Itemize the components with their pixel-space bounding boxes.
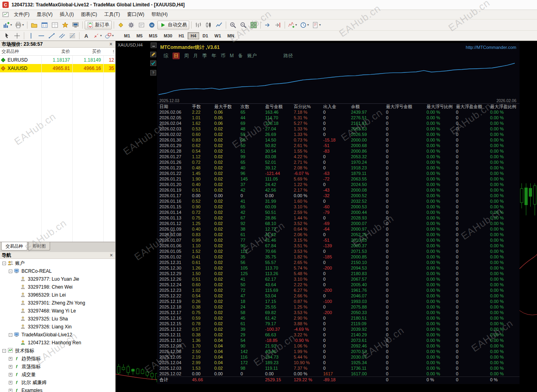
- table-row[interactable]: 2026.01.190.510.024242.562.17 %-432000.0…: [157, 187, 520, 193]
- tree-item-33297468-wang-yi-le[interactable]: 33297468: Wang Yi Le: [0, 307, 116, 315]
- tree-item-33297377-luo-yuan-jie[interactable]: 33297377: Luo Yuan Jie: [0, 275, 116, 283]
- table-row[interactable]: 2025.12.240.600.025043.642.22 %02005.400…: [157, 282, 520, 287]
- menu-insert[interactable]: 插入(I): [56, 10, 77, 19]
- table-row[interactable]: 2026.01.121.250.029268.103.52 %-692000.0…: [157, 221, 520, 226]
- table-row[interactable]: 2026.02.030.530.024827.041.33 %02053.630…: [157, 126, 520, 132]
- menu-tools[interactable]: 工具(T): [101, 10, 123, 19]
- mtcommander-url[interactable]: http://MTCommander.com: [466, 45, 516, 50]
- trendline-button[interactable]: [47, 31, 56, 40]
- tree-item-震荡指标[interactable]: +f震荡指标: [0, 363, 116, 371]
- symbol-row-xauusd[interactable]: XAUUSD4965.814966.1635: [0, 64, 115, 72]
- panel-check-button[interactable]: [150, 60, 156, 66]
- panel-edit-button[interactable]: [150, 52, 156, 57]
- table-row[interactable]: 2026.02.051.010.0544114.705.31 %02276.51…: [157, 115, 520, 120]
- periods-button[interactable]: ▾: [299, 21, 310, 29]
- collapse-icon[interactable]: -: [9, 270, 12, 273]
- fibonacci-button[interactable]: [68, 31, 77, 40]
- timeframe-mn[interactable]: MN: [225, 32, 237, 39]
- tab-weekly[interactable]: 周: [184, 52, 189, 59]
- close-icon[interactable]: ×: [108, 41, 114, 47]
- table-row[interactable]: 2025.12.101.360.0454-18.85-0.90 %02073.6…: [157, 338, 520, 343]
- tab-daily[interactable]: 日: [173, 52, 180, 59]
- tab-yearly[interactable]: 年: [211, 52, 216, 59]
- table-row[interactable]: 2026.01.090.400.023812.720.64 %-642000.9…: [157, 226, 520, 232]
- table-row[interactable]: 2025.12.190.260.021817.150.87 %-1001993.…: [157, 299, 520, 304]
- tab-symbols[interactable]: 交易品种: [1, 242, 27, 250]
- tree-item-33965329-lin-lei[interactable]: 33965329: Lin Lei: [0, 291, 116, 299]
- terminal-button[interactable]: [71, 21, 80, 29]
- table-row[interactable]: 2026.01.230.480.024039.122.08 %01918.230…: [157, 165, 520, 171]
- expand-icon[interactable]: +: [9, 389, 12, 392]
- table-row[interactable]: 2025.12.082.500.0414240.461.99 %02070.53…: [157, 349, 520, 354]
- table-row[interactable]: 2025.12.052.190.04116104.735.44 %02030.0…: [157, 354, 520, 360]
- table-row[interactable]: 2026.01.080.830.026141.422.06 %02052.250…: [157, 232, 520, 237]
- tree-item-33297325-liu-sha[interactable]: 33297325: Liu Sha: [0, 315, 116, 323]
- table-row[interactable]: 2026.01.200.400.023724.421.22 %02024.500…: [157, 182, 520, 187]
- tree-item-12047132-hanhong-ren[interactable]: 12047132: Hanhong Ren: [0, 339, 116, 347]
- line-chart-button[interactable]: [214, 21, 224, 29]
- tree-item-33297198-chen-wei[interactable]: 33297198: Chen Wei: [0, 283, 116, 291]
- timeframe-w1[interactable]: W1: [212, 32, 224, 39]
- expand-icon[interactable]: +: [9, 373, 12, 376]
- menu-help[interactable]: 帮助(H): [148, 10, 171, 19]
- tree-item-bcrco-real[interactable]: -BCRCo-REAL: [0, 267, 116, 275]
- table-row[interactable]: 2026.01.150.900.026560.093.10 %-602000.5…: [157, 204, 520, 210]
- table-row[interactable]: 2025.12.150.780.026179.173.88 %02119.090…: [157, 321, 520, 326]
- tree-item-趋势指标[interactable]: +f趋势指标: [0, 355, 116, 363]
- chart-minimize-button[interactable]: [151, 43, 157, 48]
- expand-icon[interactable]: +: [9, 357, 12, 361]
- crosshair-button[interactable]: [12, 31, 22, 40]
- panel-help-button[interactable]: ?: [150, 70, 156, 76]
- indicators-add-button[interactable]: ▾: [287, 21, 298, 29]
- table-row[interactable]: 2025.12.110.380.022966.633.22 %02140.290…: [157, 332, 520, 338]
- collapse-icon[interactable]: -: [9, 333, 12, 337]
- table-row[interactable]: 2026.01.280.540.025130.541.55 %-832000.8…: [157, 148, 520, 154]
- table-row[interactable]: 2025.12.291.500.02125113.265.48 %02180.8…: [157, 271, 520, 276]
- tree-item-examples[interactable]: +fExamples: [0, 386, 116, 392]
- expand-icon[interactable]: +: [9, 365, 12, 369]
- tree-item-33297326-liang-xin[interactable]: 33297326: Liang Xin: [0, 323, 116, 331]
- table-row[interactable]: 2026.02.041.620.0669108.185.27 %02161.81…: [157, 120, 520, 126]
- table-row[interactable]: 2025.12.091.700.049021.931.06 %02092.460…: [157, 343, 520, 349]
- table-row[interactable]: 2025.12.310.610.025655.572.65 %02150.100…: [157, 260, 520, 265]
- table-row[interactable]: 2026.01.140.720.024250.512.59 %-792000.4…: [157, 210, 520, 215]
- table-row[interactable]: 2025.12.031.530.0298119.117.37 %01736.11…: [157, 365, 520, 371]
- menu-charts[interactable]: 图表(C): [78, 10, 101, 19]
- tile-windows-button[interactable]: [249, 21, 258, 29]
- tree-item-33297301-zheng-zhi-yong[interactable]: 33297301: Zheng Zhi Yong: [0, 299, 116, 307]
- timeframe-d1[interactable]: D1: [200, 32, 211, 39]
- tree-item-成交量[interactable]: +f成交量: [0, 371, 116, 378]
- table-row[interactable]: 2026.01.051.520.0211270.663.53 %02071.53…: [157, 248, 520, 254]
- new-chart-button[interactable]: ▾: [2, 21, 13, 29]
- column-alert[interactable]: !: [103, 49, 116, 54]
- print-button[interactable]: ▾: [14, 21, 25, 29]
- column-bid[interactable]: 卖价: [41, 49, 72, 54]
- symbol-row-eurusd[interactable]: EURUSD1.181371.1814912: [0, 56, 115, 64]
- channel-button[interactable]: [57, 31, 67, 40]
- timeframe-m5[interactable]: M5: [134, 32, 145, 39]
- autotrade-button[interactable]: 自动交易: [157, 21, 189, 29]
- tree-item-账户[interactable]: -账户: [0, 259, 116, 267]
- table-row[interactable]: 2026.01.170.000.0000.000.00 %-322000.520…: [157, 193, 520, 198]
- text-button[interactable]: A: [81, 31, 91, 40]
- table-row[interactable]: 2026.01.221.450.0296-121.44-6.07 %-63187…: [157, 171, 520, 176]
- table-row[interactable]: 2025.12.301.260.02105113.705.74 %-200209…: [157, 265, 520, 271]
- candles-button[interactable]: [204, 21, 213, 29]
- table-row[interactable]: 2025.12.260.510.024162.173.10 %02067.570…: [157, 276, 520, 282]
- timeframe-m15[interactable]: M15: [146, 32, 160, 39]
- profiles-button[interactable]: [29, 21, 39, 29]
- tab-m[interactable]: M: [230, 53, 234, 58]
- hline-button[interactable]: [37, 31, 46, 40]
- timeframe-h1[interactable]: H1: [176, 32, 187, 39]
- table-row[interactable]: 2025.12.120.570.0239-100.37-4.69 %02039.…: [157, 326, 520, 332]
- menu-view[interactable]: 显示(V): [33, 10, 56, 19]
- table-row[interactable]: 2026.01.260.720.026552.012.71 %01970.240…: [157, 159, 520, 165]
- market-watch-button[interactable]: [40, 21, 49, 29]
- table-row[interactable]: 2025.12.180.380.022425.551.25 %02075.880…: [157, 304, 520, 310]
- tree-item-比尔-威廉姆[interactable]: +f比尔 威廉姆: [0, 378, 116, 386]
- zoom-out-button[interactable]: [238, 21, 248, 29]
- table-row[interactable]: 2025.12.170.750.025869.823.53 %-2002050.…: [157, 310, 520, 315]
- templates-button[interactable]: ▾: [311, 21, 322, 29]
- timeframe-h4[interactable]: H4: [188, 32, 199, 39]
- tab-notes[interactable]: 备: [238, 52, 243, 59]
